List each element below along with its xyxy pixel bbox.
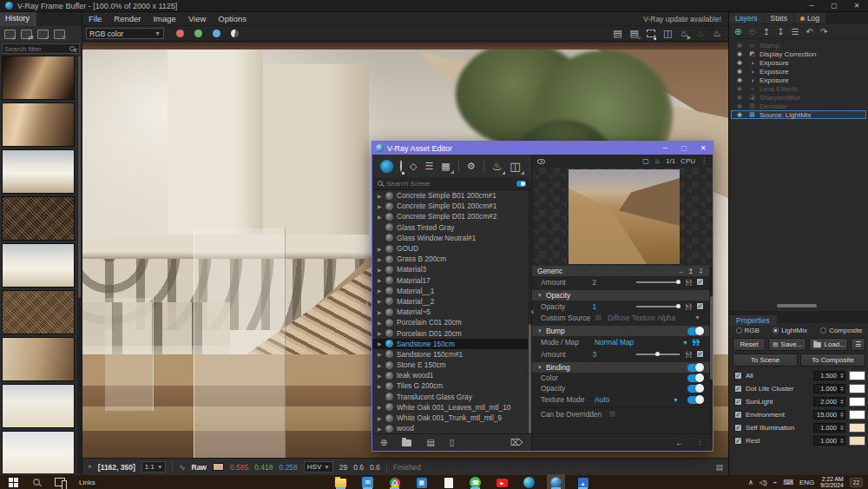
preview-mode-icon[interactable]: ▢ (642, 157, 649, 165)
zoom-selector[interactable]: 1:1▼ (141, 461, 167, 472)
channel-color-swatch[interactable] (849, 384, 865, 393)
scene-search-input[interactable] (386, 180, 513, 188)
taskbar-notepad[interactable] (442, 477, 455, 488)
menu-item[interactable]: View (182, 14, 212, 23)
expand-arrow-icon[interactable]: ▶ (378, 373, 382, 379)
taskbar-mail[interactable]: ✉ (361, 477, 374, 488)
visibility-eye-icon[interactable]: ◉ (737, 42, 745, 49)
save-material-button[interactable]: ▤ (426, 438, 434, 447)
volume-icon[interactable]: ◁) (760, 479, 767, 486)
material-row[interactable]: ▶ Material~5 (372, 307, 531, 317)
visibility-eye-icon[interactable]: ◉ (737, 94, 745, 101)
channel-checkbox[interactable]: ✓ (734, 424, 742, 432)
value-spinner[interactable] (838, 424, 845, 432)
redo-button[interactable]: ↷ (820, 27, 827, 36)
network-icon[interactable]: ⌁ (773, 479, 778, 486)
channel-color-swatch[interactable] (849, 436, 865, 446)
update-notice[interactable]: V-Ray update available! (643, 15, 728, 23)
history-compare-ab-button[interactable]: ⇄ (21, 30, 32, 39)
history-thumbnail[interactable] (2, 149, 75, 194)
links-toolbar[interactable]: Links (79, 479, 95, 486)
expand-arrow-icon[interactable]: ▶ (378, 193, 382, 199)
stop-render-button[interactable]: ♨ (713, 28, 721, 39)
history-thumbnail[interactable] (2, 337, 75, 381)
render-elements-tab-icon[interactable]: ▦ (441, 161, 450, 172)
bump-section-header[interactable]: Bump (546, 327, 565, 335)
notification-badge[interactable]: 22 (850, 478, 863, 487)
collapse-left-chevron-icon[interactable]: ‹ (365, 298, 368, 307)
blue-channel-toggle[interactable] (213, 30, 220, 37)
history-search-input[interactable] (4, 45, 69, 53)
material-row[interactable]: ▶ Concrete Simple B01 200cm#1 (372, 190, 531, 201)
history-search-box[interactable]: ▾ (2, 43, 80, 54)
taskbar-file-explorer[interactable] (334, 477, 347, 488)
render-last-button[interactable]: ♨▶ (680, 28, 688, 39)
open-material-button[interactable] (402, 439, 411, 446)
up-arrow-icon[interactable]: ↑ (698, 438, 702, 447)
dialog-minimize-button[interactable]: ─ (655, 144, 674, 152)
expand-arrow-icon[interactable]: ▶ (378, 426, 382, 432)
taskbar-store[interactable]: ▦ (415, 477, 428, 488)
taskbar-edge[interactable] (523, 477, 536, 488)
value-spinner[interactable] (838, 437, 845, 445)
taskbar-search-button[interactable] (34, 479, 39, 485)
material-row[interactable]: ▶ GOUD (372, 243, 531, 254)
opacity-section-header[interactable]: Opacity (546, 291, 570, 300)
display-correction-toggle[interactable] (231, 30, 239, 37)
channel-value-input[interactable]: 2.000 (813, 397, 845, 406)
taskbar-vray-active[interactable] (549, 477, 562, 488)
material-row[interactable]: ▶ Sandstone 150cm#1 (372, 349, 531, 360)
value-spinner[interactable] (838, 398, 845, 406)
clear-image-button[interactable]: ▤✕ (630, 28, 639, 39)
expand-arrow-icon[interactable]: ▶ (378, 256, 382, 262)
to-composite-button[interactable]: To Composite (800, 354, 865, 367)
goto-parent-icon[interactable]: → (677, 268, 684, 275)
geometry-tab-icon[interactable]: ◇ (410, 161, 417, 172)
add-layer-button[interactable]: ⊕ (734, 27, 741, 36)
material-preview[interactable] (532, 168, 713, 266)
custom-source-checkbox[interactable] (595, 314, 602, 321)
channel-selector[interactable]: RGB color▼ (86, 28, 164, 39)
value-spinner[interactable] (838, 372, 845, 380)
layer-row[interactable]: ◉ ▨ Denoiser (731, 102, 866, 110)
layer-row[interactable]: ◉ ◩ Display Correction (731, 50, 866, 58)
history-thumbnail[interactable] (2, 56, 75, 100)
expand-arrow-icon[interactable]: ▶ (378, 362, 382, 368)
lightmix-menu-button[interactable]: ☰ (851, 338, 865, 351)
history-save-button[interactable]: ＋ (4, 30, 16, 39)
preview-visibility-icon[interactable] (537, 159, 545, 164)
layer-list-options-button[interactable]: ☰ (792, 27, 799, 36)
preview-teapot-icon[interactable]: ♨ (654, 157, 661, 165)
expand-arrow-icon[interactable]: ▶ (378, 214, 382, 220)
render-button[interactable]: ♨ (696, 28, 705, 39)
visibility-eye-icon[interactable]: ◉ (737, 50, 745, 57)
history-set-a-button[interactable]: ✓ (37, 30, 49, 39)
material-row[interactable]: ▶ Tiles G 200cm (372, 380, 531, 391)
visibility-eye-icon[interactable]: ◉ (737, 59, 745, 66)
taskbar-whatsapp[interactable]: ☎ (469, 477, 482, 488)
material-row[interactable]: ▶ Grass B 200cm (372, 254, 531, 264)
channel-checkbox[interactable]: ✓ (734, 411, 742, 419)
binding-color-toggle[interactable] (687, 374, 704, 382)
language-indicator[interactable]: ENG (799, 479, 814, 486)
bump-amount-slider[interactable] (636, 354, 680, 355)
preview-menu-icon[interactable]: ⋮ (700, 157, 707, 165)
settings-gear-icon[interactable]: ⚙ (467, 161, 476, 172)
taskbar-chrome[interactable] (388, 477, 401, 488)
maximize-button[interactable]: ▢ (823, 0, 845, 11)
material-row[interactable]: ▶ Translucent Glass Gray (372, 392, 531, 402)
red-channel-toggle[interactable] (176, 30, 184, 37)
expand-arrow-icon[interactable]: ▶ (378, 309, 382, 315)
delete-material-button[interactable]: ▯ (450, 438, 455, 447)
channel-value-input[interactable]: 1.000 (813, 384, 845, 393)
amount-value[interactable]: 2 (593, 278, 636, 287)
expand-arrow-icon[interactable]: ▶ (378, 383, 382, 389)
expand-arrow-icon[interactable]: ▶ (378, 298, 382, 304)
opacity-value[interactable]: 1 (593, 302, 636, 311)
layer-row[interactable]: ◉ ▩ Source: LightMix (731, 110, 866, 119)
channel-checkbox[interactable]: ✓ (734, 398, 742, 406)
scene-tab-icon[interactable]: ☰ (424, 161, 433, 172)
history-scrollbar[interactable] (77, 56, 82, 473)
preview-ratio[interactable]: 1/1 (666, 157, 675, 165)
taskbar-youtube[interactable]: ▶ (496, 477, 509, 488)
